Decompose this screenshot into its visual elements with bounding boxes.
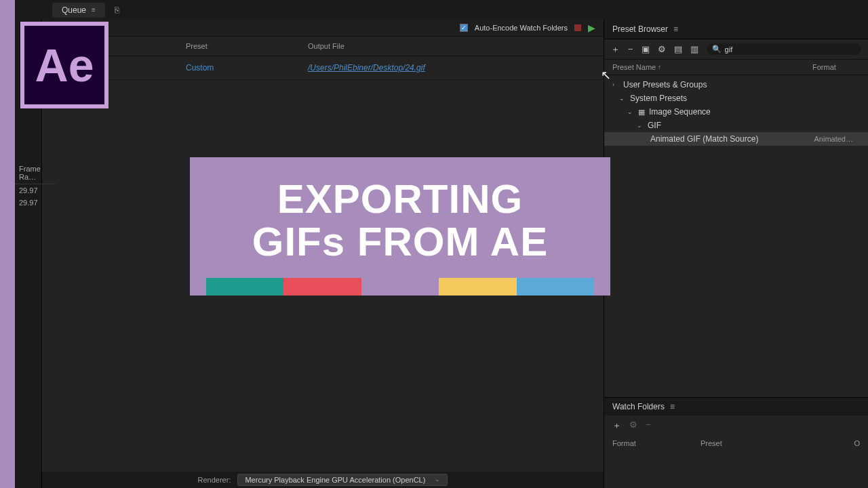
preset-search-input[interactable] [725, 45, 856, 54]
link-icon[interactable]: ⎘ [112, 3, 122, 18]
sort-asc-icon: ↑ [658, 64, 661, 70]
renderer-label: Renderer: [198, 476, 231, 484]
preset-item-format: Animated… [814, 135, 860, 143]
preset-format-header[interactable]: Format [812, 63, 860, 71]
preset-column-headers: Preset Name ↑ Format [604, 60, 868, 75]
tree-gif-group[interactable]: ⌄ GIF [604, 119, 868, 132]
auto-encode-label: Auto-Encode Watch Folders [475, 24, 568, 32]
queue-tab[interactable]: Queue ≡ [52, 3, 105, 18]
watch-format-header[interactable]: Format [612, 439, 701, 447]
tree-user-presets[interactable]: › User Presets & Groups [604, 78, 868, 92]
panel-menu-icon[interactable]: ≡ [670, 402, 675, 411]
tab-menu-icon[interactable]: ≡ [92, 6, 96, 14]
tree-preset-item[interactable]: Animated GIF (Match Source) Animated… [604, 132, 868, 146]
frame-rate-column: Frame Ra… 29.97 29.97 [15, 162, 56, 209]
watch-folders-panel: Watch Folders ≡ ＋ ⚙ − Format Preset O [604, 397, 868, 488]
watch-o-header[interactable]: O [846, 439, 860, 447]
status-bar: Renderer: Mercury Playback Engine GPU Ac… [42, 472, 604, 488]
preset-tree: › User Presets & Groups ⌄ System Presets… [604, 75, 868, 397]
folder-icon: ▦ [638, 108, 645, 117]
remove-preset-button[interactable]: − [628, 44, 633, 54]
add-preset-button[interactable]: ＋ [611, 43, 620, 56]
tree-image-sequence[interactable]: ⌄ ▦ Image Sequence [604, 105, 868, 119]
preset-browser-title: Preset Browser [612, 24, 668, 34]
queue-item-preset[interactable]: Custom [186, 63, 308, 73]
color-bar-gap [361, 278, 439, 296]
preset-header[interactable]: Preset [186, 42, 308, 50]
renderer-value: Mercury Playback Engine GPU Acceleration… [245, 476, 425, 484]
start-queue-button[interactable]: ▶ [588, 22, 595, 33]
color-bars [206, 278, 594, 296]
chevron-down-icon: ⌄ [637, 122, 644, 129]
panel-menu-icon[interactable]: ≡ [673, 24, 678, 34]
watch-column-headers: Format Preset O [604, 436, 868, 451]
import-icon[interactable]: ▤ [674, 44, 682, 54]
after-effects-app-icon: Ae [20, 22, 108, 108]
frame-rate-value: 29.97 [15, 184, 56, 197]
color-bar-blue [517, 278, 594, 296]
queue-item-row[interactable]: d GIF ▾ Custom /Users/PhilEbiner/Desktop… [42, 56, 604, 80]
chevron-down-icon: ⌄ [435, 476, 440, 484]
color-bar-teal [206, 278, 283, 296]
add-watch-folder-button[interactable]: ＋ [612, 420, 621, 432]
chevron-down-icon: ⌄ [619, 95, 626, 102]
new-group-button[interactable]: ▣ [642, 44, 650, 54]
overlay-line2: GIFs FROM AE [206, 220, 594, 263]
stop-button[interactable] [574, 24, 581, 31]
queue-toolbar: ✓ Auto-Encode Watch Folders ▶ [42, 20, 604, 37]
title-overlay: EXPORTING GIFs FROM AE [190, 157, 610, 296]
output-header[interactable]: Output File [308, 42, 595, 50]
overlay-line1: EXPORTING [206, 178, 594, 220]
color-bar-yellow [439, 278, 516, 296]
tree-label: System Presets [630, 94, 687, 103]
color-bar-red [283, 278, 361, 296]
ae-icon-text: Ae [35, 39, 94, 92]
top-bar: Queue ≡ ⎘ [15, 0, 868, 20]
tree-label: Image Sequence [649, 107, 711, 117]
tree-label: User Presets & Groups [623, 80, 707, 89]
right-panels: Preset Browser ≡ ＋ − ▣ ⚙ ▤ ▥ 🔍 Preset Na… [604, 20, 868, 488]
watch-folders-tab[interactable]: Watch Folders ≡ [604, 398, 868, 415]
watch-toolbar: ＋ ⚙ − [604, 415, 868, 436]
auto-encode-checkbox[interactable]: ✓ [460, 24, 468, 32]
export-icon[interactable]: ▥ [690, 44, 698, 54]
frame-rate-header: Frame Ra… [15, 162, 56, 184]
chevron-down-icon: ⌄ [627, 108, 634, 115]
watch-empty-area [604, 451, 868, 488]
preset-item-name: Animated GIF (Match Source) [650, 134, 758, 144]
tree-label: GIF [648, 121, 661, 130]
preset-search[interactable]: 🔍 [707, 43, 861, 55]
watch-folders-title: Watch Folders [612, 402, 665, 411]
chevron-right-icon: › [612, 81, 619, 88]
renderer-select[interactable]: Mercury Playback Engine GPU Acceleration… [237, 474, 448, 486]
preset-name-header[interactable]: Preset Name ↑ [612, 63, 812, 71]
settings-icon[interactable]: ⚙ [658, 44, 666, 54]
watch-preset-header[interactable]: Preset [701, 439, 846, 447]
settings-icon: ⚙ [629, 420, 637, 432]
preset-text: Custom [186, 63, 214, 73]
tree-system-presets[interactable]: ⌄ System Presets [604, 92, 868, 105]
preset-toolbar: ＋ − ▣ ⚙ ▤ ▥ 🔍 [604, 39, 868, 60]
queue-column-headers: Preset Output File [42, 37, 604, 56]
search-icon: 🔍 [712, 45, 722, 54]
remove-watch-folder-button: − [646, 420, 651, 432]
queue-item-output-path[interactable]: /Users/PhilEbiner/Desktop/24.gif [308, 63, 595, 73]
frame-rate-value: 29.97 [15, 197, 56, 209]
queue-tab-label: Queue [62, 5, 86, 15]
preset-browser-tab[interactable]: Preset Browser ≡ [604, 20, 868, 39]
